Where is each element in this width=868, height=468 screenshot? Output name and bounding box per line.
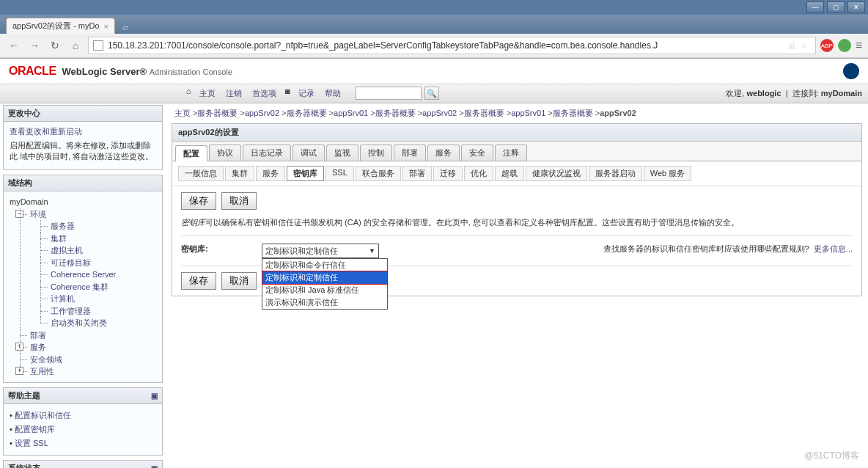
back-button[interactable]: ← [6, 37, 22, 54]
reader-icon[interactable]: ⎙ [790, 41, 795, 50]
record-link[interactable]: 记录 [294, 87, 319, 100]
more-info-link[interactable]: 更多信息... [814, 244, 853, 253]
subtab-8[interactable]: 优化 [464, 166, 493, 181]
tab-8[interactable]: 安全 [461, 145, 493, 161]
tab-4[interactable]: 监视 [326, 145, 358, 161]
domain-structure-panel: 域结构 myDomain −环境 服务器集群虚拟主机可迁移目标Coherence… [3, 175, 163, 383]
chrome-menu-icon[interactable]: ≡ [856, 39, 862, 52]
subtab-9[interactable]: 超载 [495, 166, 524, 181]
breadcrumb: 主页 >服务器概要 >appSrv02 >服务器概要 >appSrv01 >服务… [172, 103, 862, 123]
breadcrumb-link[interactable]: 服务器概要 [287, 109, 327, 117]
search-input[interactable] [356, 87, 422, 100]
tree-toggle-icon[interactable]: + [15, 343, 23, 351]
tab-9[interactable]: 注释 [495, 145, 527, 161]
dropdown-option[interactable]: 定制标识和定制信任 [262, 271, 387, 284]
breadcrumb-link[interactable]: appSrv02 [422, 109, 457, 117]
prefs-link[interactable]: 首选项 [248, 87, 281, 100]
subtab-2[interactable]: 服务 [256, 166, 285, 181]
subtab-6[interactable]: 部署 [402, 166, 432, 181]
breadcrumb-link[interactable]: appSrv02 [245, 109, 279, 117]
subtab-10[interactable]: 健康状况监视 [526, 166, 587, 181]
tree-env[interactable]: 环境 [30, 210, 46, 219]
weblogic-toolbar: ⌂ 主页 注销 首选项 ◙ 记录 帮助 🔍 欢迎, weblogic | 连接到… [0, 84, 868, 103]
tree-security[interactable]: 安全领域 [30, 355, 62, 364]
tree-item[interactable]: 虚拟主机 [51, 246, 83, 255]
help-topic-link[interactable]: 配置标识和信任 [15, 411, 71, 420]
subtab-5[interactable]: 联合服务 [356, 166, 401, 181]
dropdown-option[interactable]: 定制标识和 Java 标准信任 [262, 284, 387, 296]
home-link[interactable]: 主页 [195, 87, 220, 100]
breadcrumb-link[interactable]: 服务器概要 [553, 109, 593, 117]
subtab-4[interactable]: SSL [326, 166, 354, 181]
new-tab-button[interactable]: ▱ [118, 21, 133, 34]
logout-link[interactable]: 注销 [221, 87, 246, 100]
cancel-button[interactable]: 取消 [221, 272, 257, 290]
tree-item[interactable]: 集群 [51, 234, 67, 243]
bookmark-star-icon[interactable]: ☆ [801, 41, 808, 51]
extension-badge-icon[interactable] [838, 39, 851, 52]
tab-1[interactable]: 协议 [209, 145, 241, 161]
tree-toggle-icon[interactable]: + [15, 367, 23, 375]
reload-button[interactable]: ↻ [47, 37, 63, 54]
subtab-0[interactable]: 一般信息 [178, 166, 224, 181]
subtab-3[interactable]: 密钥库 [287, 166, 324, 181]
tab-6[interactable]: 部署 [394, 145, 426, 161]
help-topic-link[interactable]: 配置密钥库 [15, 425, 55, 434]
tree-toggle-icon[interactable]: − [15, 210, 23, 218]
breadcrumb-link[interactable]: 服务器概要 [375, 109, 416, 117]
help-topic-link[interactable]: 设置 SSL [15, 439, 48, 447]
tree-item[interactable]: Coherence 集群 [51, 282, 108, 291]
view-changes-link[interactable]: 查看更改和重新启动 [10, 127, 82, 136]
tab-2[interactable]: 日志记录 [243, 145, 291, 161]
help-link[interactable]: 帮助 [320, 87, 345, 100]
close-window-button[interactable]: ✕ [847, 1, 865, 13]
page-icon [93, 40, 103, 51]
dropdown-option[interactable]: 定制标识和命令行信任 [262, 259, 387, 271]
url-field[interactable]: 150.18.23.201:7001/console/console.porta… [88, 37, 816, 54]
forward-button[interactable]: → [26, 37, 43, 54]
tree-item[interactable]: 服务器 [51, 222, 75, 230]
home-button[interactable]: ⌂ [67, 37, 84, 54]
tab-5[interactable]: 控制 [360, 145, 392, 161]
subtab-1[interactable]: 集群 [225, 166, 254, 181]
dropdown-option[interactable]: 演示标识和演示信任 [262, 296, 387, 309]
window-controls: — ▢ ✕ [0, 0, 868, 15]
tab-7[interactable]: 服务 [427, 145, 460, 161]
panel-collapse-icon[interactable]: ▣ [151, 392, 158, 400]
tree-item[interactable]: 工作管理器 [51, 307, 91, 315]
tree-item[interactable]: 计算机 [51, 294, 75, 303]
keystore-select[interactable]: 定制标识和定制信任 ▼ [262, 244, 379, 258]
save-button[interactable]: 保存 [181, 192, 216, 210]
subtab-11[interactable]: 服务器启动 [589, 166, 642, 181]
tree-deploy[interactable]: 部署 [30, 331, 46, 340]
abp-badge-icon[interactable]: ABP [820, 39, 834, 52]
subtab-7[interactable]: 迁移 [433, 166, 463, 181]
search-button[interactable]: 🔍 [424, 87, 439, 100]
tree-services[interactable]: 服务 [30, 343, 46, 351]
tree-item[interactable]: 启动类和关闭类 [51, 318, 107, 327]
breadcrumb-link[interactable]: 服务器概要 [464, 109, 504, 117]
cancel-button[interactable]: 取消 [221, 192, 257, 210]
breadcrumb-link[interactable]: appSrv01 [511, 109, 545, 117]
subtab-12[interactable]: Web 服务 [644, 166, 691, 181]
tree-interop[interactable]: 互用性 [30, 367, 54, 376]
breadcrumb-current: appSrv02 [600, 109, 636, 117]
panel-collapse-icon[interactable]: ▣ [151, 464, 158, 469]
save-button[interactable]: 保存 [181, 272, 216, 290]
tab-close-icon[interactable]: × [104, 22, 108, 31]
main-tabs: 配置协议日志记录调试监视控制部署服务安全注释 [172, 142, 861, 161]
breadcrumb-link[interactable]: appSrv01 [334, 109, 368, 117]
tree-item[interactable]: 可迁移目标 [51, 258, 91, 267]
breadcrumb-link[interactable]: 主页 [174, 109, 191, 117]
tree-root[interactable]: myDomain [10, 196, 156, 208]
keystore-label: 密钥库: [181, 244, 262, 255]
system-status-title: 系统状态 [8, 463, 40, 469]
tab-3[interactable]: 调试 [293, 145, 325, 161]
tab-0[interactable]: 配置 [175, 145, 207, 161]
maximize-button[interactable]: ▢ [827, 1, 845, 13]
browser-tab[interactable]: appSrv02的设置 - myDo × [6, 18, 115, 34]
tree-item[interactable]: Coherence Server [51, 270, 116, 279]
welcome-text: 欢迎, weblogic | 连接到: myDomain [726, 88, 862, 99]
breadcrumb-link[interactable]: 服务器概要 [197, 109, 238, 117]
minimize-button[interactable]: — [806, 1, 824, 13]
